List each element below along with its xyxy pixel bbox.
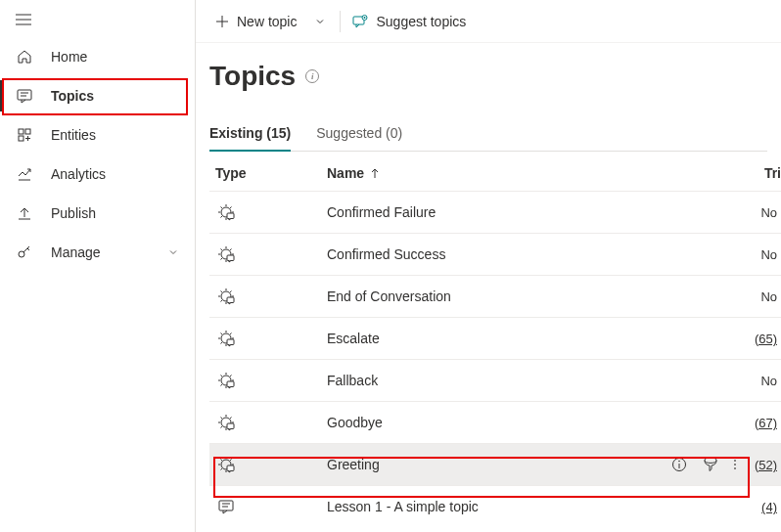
table-row[interactable]: Escalate (65) bbox=[209, 317, 781, 359]
row-type-icon bbox=[209, 245, 327, 263]
row-trigger: No bbox=[754, 205, 781, 220]
content: Topics i Existing (15) Suggested (0) Typ… bbox=[196, 43, 781, 532]
sidebar: Home Topics Entities Analytics Publish bbox=[0, 0, 196, 532]
svg-rect-38 bbox=[227, 255, 234, 261]
toolbar: New topic Suggest topics bbox=[196, 0, 781, 43]
svg-line-84 bbox=[221, 460, 223, 462]
row-trigger: No bbox=[754, 374, 781, 388]
svg-rect-6 bbox=[19, 129, 23, 134]
row-name: Greeting bbox=[327, 457, 671, 472]
column-name[interactable]: Name bbox=[327, 165, 757, 181]
chevron-down-icon bbox=[314, 16, 326, 27]
svg-line-27 bbox=[230, 207, 232, 209]
new-topic-label: New topic bbox=[237, 14, 297, 29]
table-row[interactable]: Greeting (52) bbox=[209, 443, 781, 485]
svg-line-67 bbox=[230, 376, 232, 377]
sidebar-item-label: Analytics bbox=[51, 166, 106, 182]
row-trigger[interactable]: (52) bbox=[754, 458, 781, 472]
svg-line-24 bbox=[221, 207, 223, 209]
suggest-topics-label: Suggest topics bbox=[376, 14, 466, 29]
row-name: Escalate bbox=[327, 331, 754, 346]
column-trigger[interactable]: Tri bbox=[757, 165, 781, 181]
manage-icon bbox=[16, 244, 33, 260]
sidebar-item-label: Home bbox=[51, 49, 87, 65]
row-name: Confirmed Failure bbox=[327, 204, 754, 220]
sidebar-item-label: Publish bbox=[51, 205, 96, 221]
svg-rect-8 bbox=[19, 136, 23, 141]
info-icon[interactable]: i bbox=[305, 69, 319, 83]
page-title: Topics i bbox=[209, 61, 781, 92]
table-row[interactable]: Lesson 1 - A simple topic (4) bbox=[209, 485, 781, 527]
row-type-icon bbox=[209, 414, 327, 431]
table-header: Type Name Tri bbox=[209, 152, 781, 191]
table-row[interactable]: Confirmed Failure No bbox=[209, 191, 781, 233]
more-actions[interactable] bbox=[734, 460, 736, 469]
publish-icon bbox=[16, 205, 33, 221]
info-icon[interactable] bbox=[671, 457, 687, 472]
sort-asc-icon bbox=[370, 167, 380, 179]
table-body: Confirmed Failure No Confirmed Success N… bbox=[209, 191, 781, 527]
svg-line-86 bbox=[221, 468, 223, 470]
sidebar-item-analytics[interactable]: Analytics bbox=[0, 155, 195, 194]
table-row[interactable]: Goodbye (67) bbox=[209, 401, 781, 443]
row-trigger[interactable]: (67) bbox=[754, 416, 781, 430]
sidebar-item-manage[interactable]: Manage bbox=[0, 233, 195, 272]
svg-line-47 bbox=[230, 291, 232, 293]
sidebar-item-label: Entities bbox=[51, 127, 96, 143]
row-type-icon bbox=[209, 456, 327, 473]
analytics-icon bbox=[16, 166, 33, 182]
svg-line-66 bbox=[221, 384, 223, 386]
svg-rect-92 bbox=[219, 501, 233, 510]
svg-rect-28 bbox=[227, 213, 234, 219]
svg-line-64 bbox=[221, 376, 223, 377]
svg-line-87 bbox=[230, 460, 232, 462]
row-name: Goodbye bbox=[327, 415, 754, 430]
new-topic-dropdown[interactable] bbox=[306, 10, 334, 33]
svg-line-57 bbox=[230, 333, 232, 335]
row-name: Confirmed Success bbox=[327, 246, 754, 262]
svg-rect-78 bbox=[227, 423, 234, 429]
svg-rect-7 bbox=[25, 129, 30, 134]
hamburger-menu[interactable] bbox=[0, 4, 195, 37]
tab-suggested[interactable]: Suggested (0) bbox=[316, 117, 402, 151]
row-trigger[interactable]: (4) bbox=[754, 500, 781, 514]
svg-rect-68 bbox=[227, 381, 234, 387]
svg-rect-48 bbox=[227, 297, 234, 303]
tab-existing[interactable]: Existing (15) bbox=[209, 117, 291, 151]
sidebar-item-topics[interactable]: Topics bbox=[0, 76, 195, 115]
sidebar-item-home[interactable]: Home bbox=[0, 37, 195, 76]
sidebar-item-label: Manage bbox=[51, 244, 101, 260]
row-trigger[interactable]: (65) bbox=[754, 332, 781, 346]
svg-line-76 bbox=[221, 426, 223, 428]
suggest-icon bbox=[352, 14, 368, 29]
row-type-icon bbox=[209, 330, 327, 347]
row-actions bbox=[671, 457, 754, 472]
sidebar-item-entities[interactable]: Entities bbox=[0, 115, 195, 155]
row-type-icon bbox=[209, 372, 327, 389]
chevron-down-icon bbox=[167, 246, 179, 258]
column-name-label: Name bbox=[327, 165, 364, 181]
main: New topic Suggest topics Topics i Existi… bbox=[196, 0, 781, 532]
topics-icon bbox=[16, 88, 33, 104]
svg-line-46 bbox=[221, 300, 223, 302]
new-topic-button[interactable]: New topic bbox=[209, 10, 302, 33]
row-type-icon bbox=[209, 203, 327, 221]
table-row[interactable]: End of Conversation No bbox=[209, 275, 781, 317]
svg-point-91 bbox=[678, 461, 680, 463]
home-icon bbox=[16, 49, 33, 65]
column-type[interactable]: Type bbox=[209, 165, 327, 181]
row-name: End of Conversation bbox=[327, 288, 754, 304]
row-type-icon bbox=[209, 288, 327, 305]
toolbar-separator bbox=[340, 11, 341, 32]
page-title-text: Topics bbox=[209, 61, 296, 92]
sidebar-item-publish[interactable]: Publish bbox=[0, 194, 195, 233]
row-type-icon bbox=[209, 498, 327, 515]
filter-icon[interactable] bbox=[703, 457, 718, 472]
suggest-topics-button[interactable]: Suggest topics bbox=[346, 10, 472, 33]
table-row[interactable]: Fallback No bbox=[209, 359, 781, 401]
svg-line-36 bbox=[221, 258, 223, 260]
table-row[interactable]: Confirmed Success No bbox=[209, 233, 781, 275]
svg-line-54 bbox=[221, 333, 223, 335]
row-trigger: No bbox=[754, 247, 781, 262]
row-name: Fallback bbox=[327, 373, 754, 388]
